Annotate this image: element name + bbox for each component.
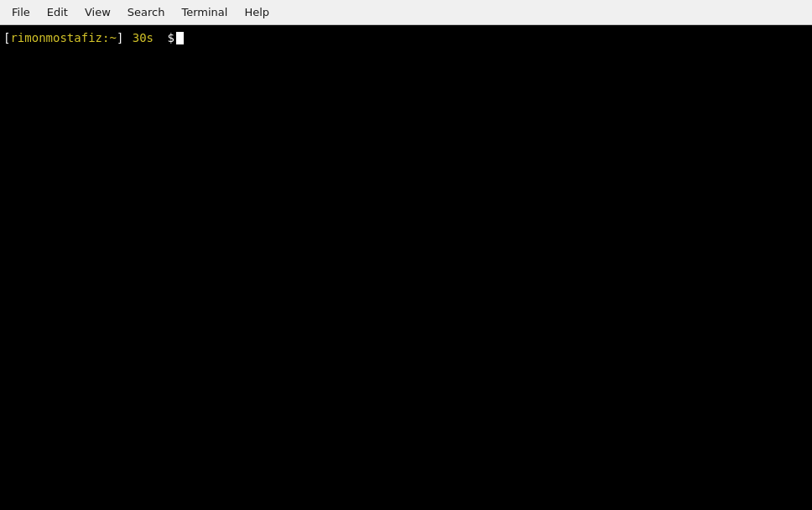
- menu-file[interactable]: File: [3, 3, 39, 22]
- time-badge: [124, 30, 131, 47]
- bracket-right: ]: [117, 30, 123, 47]
- bracket-left: [: [3, 30, 10, 47]
- menu-help[interactable]: Help: [236, 3, 278, 22]
- username-host: rimonmostafiz:~: [10, 30, 116, 47]
- dollar-symbol: $: [167, 30, 174, 47]
- menu-edit[interactable]: Edit: [39, 3, 76, 22]
- dollar-sign: [157, 30, 164, 47]
- time-value: 30s: [133, 30, 154, 47]
- terminal-area[interactable]: [rimonmostafiz:~] 30s $: [0, 25, 812, 510]
- cursor: [176, 32, 184, 44]
- prompt-line: [rimonmostafiz:~] 30s $: [3, 30, 809, 47]
- menu-view[interactable]: View: [76, 3, 119, 22]
- menu-terminal[interactable]: Terminal: [173, 3, 236, 22]
- menu-search[interactable]: Search: [119, 3, 174, 22]
- menubar: File Edit View Search Terminal Help: [0, 0, 812, 25]
